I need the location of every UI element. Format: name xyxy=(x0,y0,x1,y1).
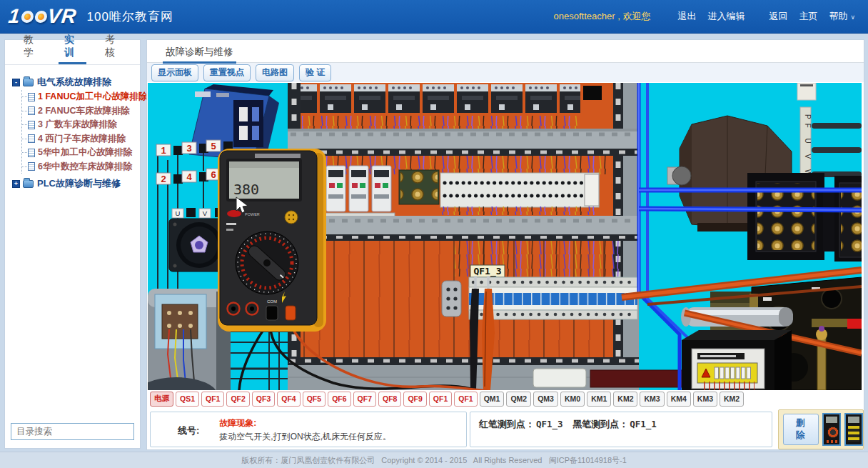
tree-item[interactable]: 2 FANUC车床故障排除 xyxy=(22,104,137,119)
toolbar: 显示面板重置视点电路图验 证 xyxy=(147,63,864,82)
component-button-KM3-21[interactable]: KM3 xyxy=(693,392,717,407)
component-button-QM3-15[interactable]: QM3 xyxy=(533,392,558,407)
component-button-QF8-9[interactable]: QF8 xyxy=(378,392,401,407)
tree-item[interactable]: 3 广数车床故障排除 xyxy=(22,118,137,132)
socket-connector xyxy=(442,281,461,317)
svg-text:QF1_3: QF1_3 xyxy=(473,266,501,277)
tab-teaching[interactable]: 教学 xyxy=(18,29,46,64)
toolbar-button-verify[interactable]: 验 证 xyxy=(299,64,331,81)
sidebar-tabs: 教学实训考核 xyxy=(5,40,140,65)
toolbar-button-reset-view[interactable]: 重置视点 xyxy=(203,64,251,81)
line-number-label: 线号: xyxy=(178,424,199,447)
welcome-user[interactable]: onesoftteacher , 欢迎您 xyxy=(554,10,651,23)
page-icon xyxy=(28,121,35,129)
header-nav: onesoftteacher , 欢迎您 退出进入编辑返回主页帮助∨ xyxy=(554,10,855,23)
component-button-KM1-17[interactable]: KM1 xyxy=(587,392,611,407)
content-tabstrip: 故障诊断与维修 xyxy=(147,40,864,63)
instrument-panel: 删 除 xyxy=(778,409,864,449)
component-button-KM2-18[interactable]: KM2 xyxy=(613,392,637,407)
power-button[interactable] xyxy=(227,210,241,217)
toolbar-button-circuit-diagram[interactable]: 电路图 xyxy=(256,64,294,81)
svg-text:3: 3 xyxy=(186,143,191,154)
tree-expander-icon[interactable]: - xyxy=(12,79,20,86)
contactors xyxy=(323,166,395,221)
component-button-QF6-7[interactable]: QF6 xyxy=(328,392,350,407)
toolbar-button-show-panel[interactable]: 显示面板 xyxy=(151,64,198,81)
footer-copyright: 版权所有：厦门凤凰创壹软件有限公司 Copyright © 2014 - 201… xyxy=(0,452,868,468)
component-button-QF2-3[interactable]: QF2 xyxy=(226,392,249,407)
component-button-QF1-11[interactable]: QF1 xyxy=(429,392,452,407)
component-button-QF1-12[interactable]: QF1 xyxy=(454,392,477,407)
tree-folder[interactable]: +PLC故障诊断与维修 xyxy=(12,176,137,191)
multimeter-reading: 380 xyxy=(233,181,259,198)
circuit-breaker-row[interactable] xyxy=(469,277,637,319)
component-button-QM1-13[interactable]: QM1 xyxy=(480,392,505,407)
header-link-home[interactable]: 主页 xyxy=(799,10,817,23)
component-button-QF3-4[interactable]: QF3 xyxy=(252,392,275,407)
chevron-down-icon: ∨ xyxy=(850,14,855,21)
tree-expander-icon[interactable]: + xyxy=(12,180,20,188)
qf13-label: QF1_3 xyxy=(470,265,505,277)
catalog-search-box[interactable] xyxy=(11,423,134,440)
tab-training[interactable]: 实训 xyxy=(59,29,86,64)
black-probe-label: 黑笔测到点： xyxy=(572,419,628,429)
red-probe-label: 红笔测到点： xyxy=(479,419,535,429)
jack-com[interactable] xyxy=(266,306,278,320)
header-link-logout[interactable]: 退出 xyxy=(677,10,696,23)
delete-button[interactable]: 删 除 xyxy=(783,414,819,445)
simulation-viewport[interactable]: 1 3 5 2 4 6 U V xyxy=(148,83,862,390)
svg-text:4: 4 xyxy=(186,171,192,182)
rotary-dial[interactable] xyxy=(236,231,298,294)
multimeter-thumb[interactable] xyxy=(822,413,841,446)
page-icon xyxy=(28,149,35,157)
component-button-QS1-1[interactable]: QS1 xyxy=(176,392,199,407)
component-button-QF7-8[interactable]: QF7 xyxy=(353,392,376,407)
tree-folder[interactable]: -电气系统故障排除 xyxy=(12,74,137,90)
fault-description: 拨动空气开关,打到ON状态,机床无任何反应。 xyxy=(219,431,391,443)
page-icon xyxy=(28,106,35,115)
logo-zero-icon xyxy=(21,11,34,23)
tab-assessment[interactable]: 考核 xyxy=(99,29,127,64)
tree-item-label: 3 广数车床故障排除 xyxy=(38,119,116,131)
svg-text:COM: COM xyxy=(267,299,277,304)
component-button-QF1-2[interactable]: QF1 xyxy=(201,392,224,407)
relay-row xyxy=(301,84,580,116)
tree-children: 1 FANUC加工中心故障排除2 FANUC车床故障排除3 广数车床故障排除4 … xyxy=(21,90,137,174)
sidebar-tree: -电气系统故障排除1 FANUC加工中心故障排除2 FANUC车床故障排除3 广… xyxy=(5,65,140,191)
component-button-KM0-16[interactable]: KM0 xyxy=(560,392,585,407)
tree-folder-label: 电气系统故障排除 xyxy=(37,76,111,89)
tree-item[interactable]: 5华中加工中心故障排除 xyxy=(22,146,137,160)
svg-text:V: V xyxy=(203,209,208,217)
welcome-text: , 欢迎您 xyxy=(615,11,651,21)
component-button-QF9-10[interactable]: QF9 xyxy=(403,392,426,407)
tree-item[interactable]: 6华中数控车床故障排除 xyxy=(22,160,137,174)
tree-item-label: 4 西门子车床故障排除 xyxy=(38,133,126,145)
tree-item-label: 6华中数控车床故障排除 xyxy=(38,161,132,173)
header-link-help[interactable]: 帮助∨ xyxy=(829,10,855,23)
component-button-QF4-5[interactable]: QF4 xyxy=(277,392,300,407)
distribution-box[interactable] xyxy=(682,330,792,390)
top-header-bar: 1 VR 100唯尔教育网 onesoftteacher , 欢迎您 退出进入编… xyxy=(0,0,868,34)
component-button-QF5-6[interactable]: QF5 xyxy=(303,392,326,407)
page-icon xyxy=(28,134,35,143)
folder-icon xyxy=(23,79,34,86)
site-logo[interactable]: 1 VR xyxy=(7,5,78,28)
component-button-KM3-19[interactable]: KM3 xyxy=(640,392,664,407)
site-name: 100唯尔教育网 xyxy=(86,9,173,25)
meter-thumb-2[interactable] xyxy=(844,413,863,446)
tree-item[interactable]: 4 西门子车床故障排除 xyxy=(22,132,137,146)
logo-zero-icon xyxy=(34,11,48,23)
header-link-enter-edit[interactable]: 进入编辑 xyxy=(707,10,745,23)
jack-volt[interactable] xyxy=(286,306,296,320)
tab-fault-diagnosis[interactable]: 故障诊断与维修 xyxy=(163,40,236,64)
brass-terminal-block xyxy=(399,170,439,204)
component-button-KM4-20[interactable]: KM4 xyxy=(667,392,691,407)
tree-item[interactable]: 1 FANUC加工中心故障排除 xyxy=(22,90,137,104)
search-input[interactable] xyxy=(16,427,131,437)
component-button-电源-0[interactable]: 电源 xyxy=(150,392,173,407)
header-link-back[interactable]: 返回 xyxy=(769,10,787,23)
component-button-QM2-14[interactable]: QM2 xyxy=(506,392,531,407)
viewport-3d-scene: 1 3 5 2 4 6 U V xyxy=(148,83,862,390)
component-button-KM2-22[interactable]: KM2 xyxy=(720,392,744,407)
page-icon xyxy=(28,93,35,101)
